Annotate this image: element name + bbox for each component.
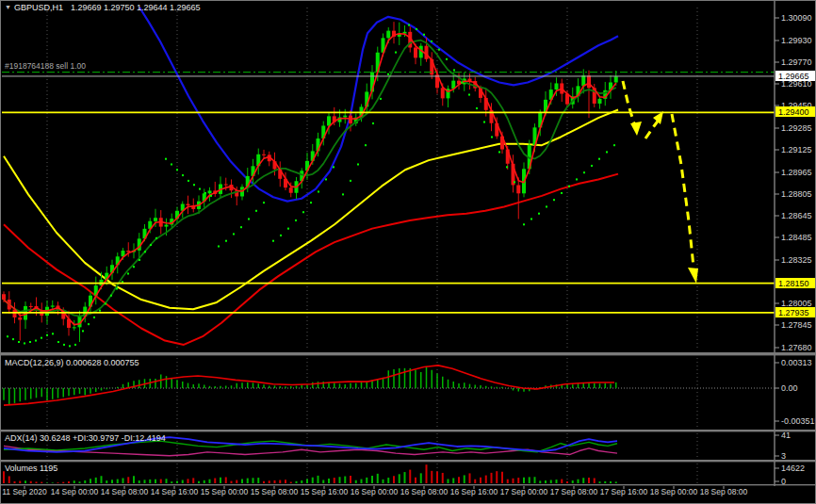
ohlc-values: 1.29669 1.29750 1.29644 1.29665 <box>71 3 201 12</box>
sar-dot <box>193 184 195 186</box>
candle-body <box>154 218 157 221</box>
price-axis-tick-label: 1.29770 <box>781 57 812 67</box>
time-axis-label: 17 Sep 16:00 <box>600 487 648 496</box>
macd-axis-tick-label: 0.00313 <box>781 358 812 367</box>
sar-dot <box>538 213 540 215</box>
sar-dot <box>18 341 20 343</box>
sar-dot <box>272 240 274 242</box>
sar-dot <box>387 73 389 75</box>
candle-body <box>343 116 347 118</box>
price-axis-tick-label: 1.28485 <box>781 233 812 242</box>
sar-dot <box>476 107 478 109</box>
sar-dot <box>506 166 508 168</box>
sar-dot <box>576 178 578 180</box>
chart-window: 1.300901.299301.297701.296101.294501.292… <box>0 0 816 504</box>
sar-dot <box>438 49 440 51</box>
sar-dot <box>606 151 608 153</box>
sar-dot <box>380 98 382 100</box>
price-axis-tick-label: 1.29285 <box>781 123 812 133</box>
sar-dot <box>483 122 485 123</box>
adx-axis-tick-label: 41 <box>781 431 791 440</box>
candle-body <box>208 190 212 193</box>
sar-dot <box>302 211 304 213</box>
time-axis-label: 14 Sep 00:00 <box>51 487 99 496</box>
time-axis-label: 17 Sep 00:00 <box>500 487 548 496</box>
sar-dot <box>63 344 65 346</box>
sar-dot <box>171 163 172 165</box>
macd-axis-tick-label: 0.00 <box>781 383 798 393</box>
sar-dot <box>248 218 250 219</box>
sar-dot <box>35 340 37 342</box>
time-axis-label: 16 Sep 16:00 <box>450 487 498 496</box>
price-axis-tick-label: 1.28325 <box>781 255 812 265</box>
level-price-box-label: 1.27935 <box>778 308 809 317</box>
sar-dot <box>461 81 463 83</box>
sar-dot <box>188 180 189 182</box>
chevron-down-icon[interactable]: ▼ <box>5 4 11 10</box>
price-axis-tick-label: 1.29125 <box>781 145 812 154</box>
sar-dot <box>46 334 48 336</box>
candle-body <box>29 306 33 307</box>
sar-dot <box>372 122 374 124</box>
sar-dot <box>41 337 42 339</box>
candle-body <box>614 76 618 82</box>
sar-dot <box>82 330 84 332</box>
sar-dot <box>350 180 351 182</box>
candle-body <box>598 99 602 104</box>
sar-dot <box>69 345 71 347</box>
sar-dot <box>225 240 227 242</box>
sar-dot <box>357 163 359 165</box>
sar-dot <box>453 69 455 71</box>
sar-dot <box>218 245 220 247</box>
sar-dot <box>133 266 135 268</box>
sar-dot <box>57 341 59 343</box>
price-axis-tick-label: 1.28965 <box>781 168 812 177</box>
sar-dot <box>263 202 265 203</box>
sar-dot <box>182 174 184 176</box>
sar-dot <box>295 219 297 221</box>
symbol-period-label: GBPUSD,H1 <box>14 3 63 12</box>
level-price-box-label: 1.28150 <box>778 279 809 288</box>
sar-dot <box>530 218 532 219</box>
macd-axis-tick-label: -0.003515 <box>781 416 816 426</box>
sar-dot <box>176 169 178 171</box>
candle-body <box>51 305 55 306</box>
time-axis-label: 16 Sep 08:00 <box>400 487 449 496</box>
sar-dot <box>333 166 335 168</box>
macd-indicator-label: MACD(12,26,9) 0.000628 0.000755 <box>5 358 139 367</box>
sar-dot <box>468 94 470 96</box>
price-axis-tick-label: 1.29930 <box>781 36 812 45</box>
candle-body <box>386 31 390 39</box>
sar-dot <box>598 158 600 160</box>
sar-dot <box>233 233 235 235</box>
price-axis-tick-label: 1.27680 <box>781 343 812 352</box>
sar-dot <box>318 190 319 192</box>
sar-dot <box>255 210 257 212</box>
price-axis-tick-label: 1.28005 <box>781 299 812 308</box>
candle-body <box>187 203 190 205</box>
sar-dot <box>553 199 555 201</box>
sell-order-label[interactable]: #1918764188 sell 1.00 <box>5 61 86 71</box>
candle-body <box>262 154 266 155</box>
time-axis[interactable]: 11 Sep 202014 Sep 00:0014 Sep 08:0014 Se… <box>2 486 747 496</box>
sar-dot <box>165 158 167 160</box>
candle-body <box>516 185 520 193</box>
sar-dot <box>395 52 397 54</box>
adx-indicator-label: ADX(14) 30.6248 +DI:30.9797 -DI:12.4194 <box>5 433 166 443</box>
sar-dot <box>127 272 129 274</box>
chart-canvas[interactable]: 1.300901.299301.297701.296101.294501.292… <box>0 0 816 504</box>
sar-dot <box>423 34 425 36</box>
sar-dot <box>365 144 367 146</box>
time-axis-label: 17 Sep 08:00 <box>550 487 598 496</box>
time-axis-label: 15 Sep 00:00 <box>201 487 249 496</box>
candle-body <box>555 83 559 89</box>
sar-dot <box>498 151 500 153</box>
sar-dot <box>408 24 410 26</box>
sar-dot <box>199 188 201 190</box>
time-axis-label: 14 Sep 08:00 <box>101 487 149 496</box>
sar-dot <box>523 223 525 225</box>
sar-dot <box>105 302 106 304</box>
time-axis-label: 18 Sep 00:00 <box>650 487 698 496</box>
sar-dot <box>88 323 90 325</box>
sar-dot <box>280 235 282 236</box>
